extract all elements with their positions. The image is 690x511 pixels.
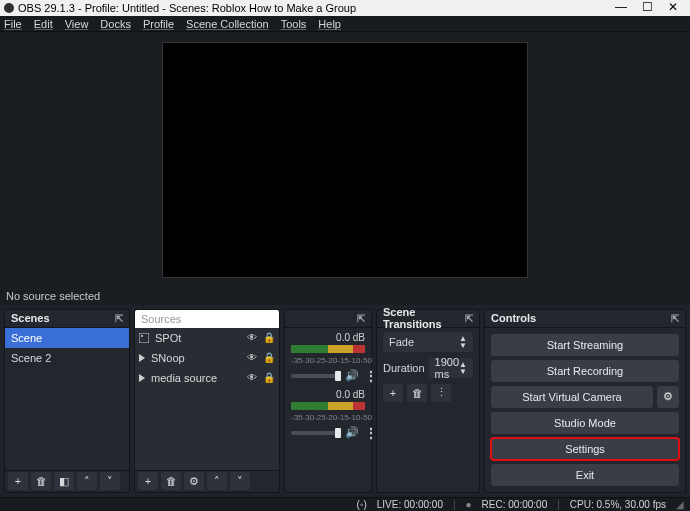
scene-filter-button[interactable]: ◧ (54, 472, 74, 490)
speaker-icon[interactable]: 🔊 (345, 369, 359, 382)
popout-icon[interactable]: ⇱ (465, 313, 473, 324)
menu-profile[interactable]: Profile (143, 18, 174, 30)
volume-slider[interactable] (291, 431, 339, 435)
start-streaming-button[interactable]: Start Streaming (491, 334, 679, 356)
resize-grip-icon[interactable]: ◢ (676, 499, 684, 510)
status-bar: (◦) LIVE: 00:00:00 | ● REC: 00:00:00 | C… (0, 497, 690, 511)
move-source-down-button[interactable]: ˅ (230, 472, 250, 490)
add-source-button[interactable]: + (138, 472, 158, 490)
move-source-up-button[interactable]: ˄ (207, 472, 227, 490)
controls-title: Controls (491, 312, 536, 324)
scenes-header: Scenes ⇱ (5, 310, 129, 328)
speaker-icon[interactable]: 🔊 (345, 426, 359, 439)
source-item[interactable]: SNoop 👁 🔒 (135, 348, 279, 368)
meter-ticks: -35-30-25-20-15-10-50 (291, 413, 365, 422)
scenes-footer: + 🗑 ◧ ˄ ˅ (5, 470, 129, 492)
mixer-body: 0.0 dB -35-30-25-20-15-10-50 🔊 ⋮ 0.0 dB (285, 328, 371, 492)
visibility-icon[interactable]: 👁 (247, 332, 257, 343)
start-virtual-camera-button[interactable]: Start Virtual Camera (491, 386, 653, 408)
add-scene-button[interactable]: + (8, 472, 28, 490)
menu-scene-collection[interactable]: Scene Collection (186, 18, 269, 30)
transition-properties-button[interactable]: ⋮ (431, 384, 451, 402)
transitions-panel: Scene Transitions ⇱ Fade ▲▼ Duration 190… (376, 309, 480, 493)
menu-file[interactable]: File (4, 18, 22, 30)
scene-item-label: Scene 2 (11, 352, 51, 364)
remove-transition-button[interactable]: 🗑 (407, 384, 427, 402)
menu-edit[interactable]: Edit (34, 18, 53, 30)
source-list[interactable]: SPOt 👁 🔒 SNoop 👁 🔒 media source 👁 🔒 (135, 328, 279, 470)
docks-row: Scenes ⇱ Scene Scene 2 + 🗑 ◧ ˄ ˅ Sources… (0, 305, 690, 497)
controls-header: Controls ⇱ (485, 310, 685, 328)
channel-db: 0.0 dB (336, 332, 365, 343)
move-scene-up-button[interactable]: ˄ (77, 472, 97, 490)
cpu-status: CPU: 0.5%, 30.00 fps (570, 499, 666, 510)
mixer-channel: 0.0 dB -35-30-25-20-15-10-50 🔊 ⋮ (291, 389, 365, 440)
svg-point-1 (141, 335, 143, 337)
gear-icon: ⚙ (663, 390, 673, 403)
channel-db: 0.0 dB (336, 389, 365, 400)
duration-label: Duration (383, 362, 425, 374)
popout-icon[interactable]: ⇱ (357, 313, 365, 324)
window-title: OBS 29.1.3 - Profile: Untitled - Scenes:… (18, 2, 356, 14)
virtual-camera-settings-button[interactable]: ⚙ (657, 386, 679, 408)
source-item[interactable]: SPOt 👁 🔒 (135, 328, 279, 348)
sources-panel: Sources SPOt 👁 🔒 SNoop 👁 🔒 media source … (134, 309, 280, 493)
rec-status: REC: 00:00:00 (482, 499, 548, 510)
sources-search-placeholder: Sources (141, 313, 181, 325)
remove-scene-button[interactable]: 🗑 (31, 472, 51, 490)
preview-canvas[interactable] (162, 42, 528, 278)
visibility-icon[interactable]: 👁 (247, 352, 257, 363)
scenes-panel: Scenes ⇱ Scene Scene 2 + 🗑 ◧ ˄ ˅ (4, 309, 130, 493)
exit-button[interactable]: Exit (491, 464, 679, 486)
scene-item[interactable]: Scene 2 (5, 348, 129, 368)
live-status: LIVE: 00:00:00 (377, 499, 443, 510)
mixer-header: ⇱ (285, 310, 371, 328)
transitions-header: Scene Transitions ⇱ (377, 310, 479, 328)
meter-ticks: -35-30-25-20-15-10-50 (291, 356, 365, 365)
audio-meter (291, 402, 365, 410)
add-transition-button[interactable]: + (383, 384, 403, 402)
move-scene-down-button[interactable]: ˅ (100, 472, 120, 490)
close-button[interactable]: ✕ (660, 0, 686, 16)
scene-item[interactable]: Scene (5, 328, 129, 348)
menu-help[interactable]: Help (318, 18, 341, 30)
menu-tools[interactable]: Tools (281, 18, 307, 30)
svg-rect-0 (139, 333, 149, 343)
lock-icon[interactable]: 🔒 (263, 332, 275, 343)
sources-search[interactable]: Sources (135, 310, 279, 328)
selection-status: No source selected (0, 287, 690, 305)
source-item-label: SNoop (151, 352, 241, 364)
rec-indicator-icon: ● (466, 499, 472, 510)
duration-value: 1900 ms (435, 356, 460, 380)
sources-footer: + 🗑 ⚙ ˄ ˅ (135, 470, 279, 492)
settings-button[interactable]: Settings (491, 438, 679, 460)
remove-source-button[interactable]: 🗑 (161, 472, 181, 490)
transition-select[interactable]: Fade ▲▼ (383, 332, 473, 352)
preview-area[interactable] (0, 32, 690, 287)
menu-docks[interactable]: Docks (100, 18, 131, 30)
scene-item-label: Scene (11, 332, 42, 344)
controls-panel: Controls ⇱ Start Streaming Start Recordi… (484, 309, 686, 493)
studio-mode-button[interactable]: Studio Mode (491, 412, 679, 434)
source-item-label: media source (151, 372, 241, 384)
popout-icon[interactable]: ⇱ (671, 313, 679, 324)
maximize-button[interactable]: ☐ (634, 0, 660, 16)
start-recording-button[interactable]: Start Recording (491, 360, 679, 382)
media-icon (139, 354, 145, 362)
duration-input[interactable]: 1900 ms ▲▼ (429, 358, 473, 378)
minimize-button[interactable]: — (608, 0, 634, 16)
mixer-channel: 0.0 dB -35-30-25-20-15-10-50 🔊 ⋮ (291, 332, 365, 383)
visibility-icon[interactable]: 👁 (247, 372, 257, 383)
source-item[interactable]: media source 👁 🔒 (135, 368, 279, 388)
signal-icon: (◦) (357, 499, 367, 510)
lock-icon[interactable]: 🔒 (263, 372, 275, 383)
scene-list[interactable]: Scene Scene 2 (5, 328, 129, 470)
popout-icon[interactable]: ⇱ (115, 313, 123, 324)
selection-status-text: No source selected (6, 290, 100, 302)
lock-icon[interactable]: 🔒 (263, 352, 275, 363)
app-icon (4, 3, 14, 13)
source-properties-button[interactable]: ⚙ (184, 472, 204, 490)
source-item-label: SPOt (155, 332, 241, 344)
volume-slider[interactable] (291, 374, 339, 378)
menu-view[interactable]: View (65, 18, 89, 30)
